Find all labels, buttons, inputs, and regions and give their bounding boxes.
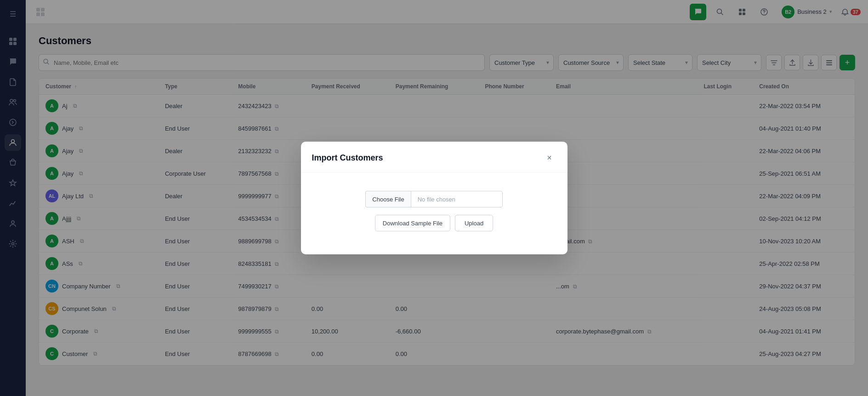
file-input-row: Choose File No file chosen <box>365 191 502 207</box>
modal-close-button[interactable]: × <box>543 151 556 165</box>
modal-overlay[interactable]: Import Customers × Choose File No file c… <box>0 0 868 396</box>
import-customers-modal: Import Customers × Choose File No file c… <box>301 142 567 254</box>
modal-body: Choose File No file chosen Download Samp… <box>301 172 567 254</box>
upload-button[interactable]: Upload <box>455 215 493 231</box>
download-sample-button[interactable]: Download Sample File <box>375 215 450 231</box>
modal-header: Import Customers × <box>301 142 567 172</box>
modal-action-row: Download Sample File Upload <box>375 215 493 231</box>
file-name-display: No file chosen <box>411 191 503 207</box>
modal-title: Import Customers <box>312 153 383 163</box>
choose-file-button[interactable]: Choose File <box>365 191 410 207</box>
